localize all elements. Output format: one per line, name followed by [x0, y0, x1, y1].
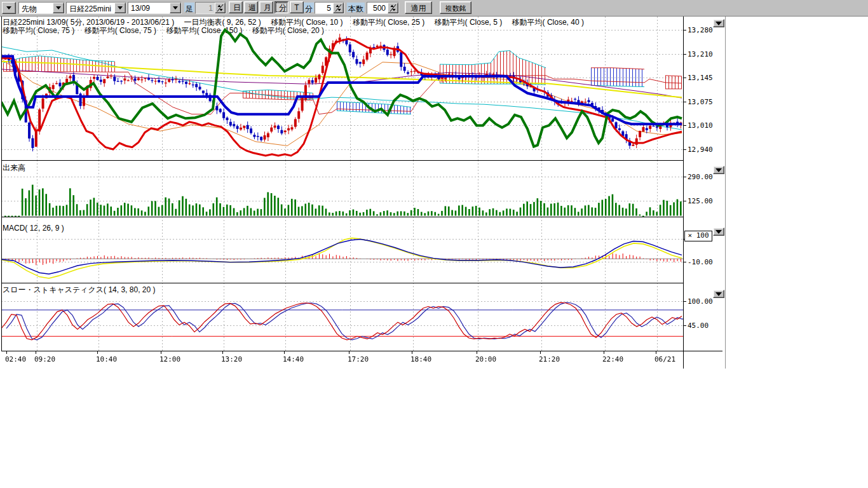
- bar-count-stepper[interactable]: 500: [367, 2, 399, 14]
- minute-stepper[interactable]: 5: [315, 2, 344, 14]
- stoch-axis-label: 45.00: [688, 322, 709, 330]
- price-axis-tick: [683, 149, 686, 150]
- price-axis-label: 13,075: [688, 98, 713, 106]
- bar-interval-value: 1: [196, 3, 215, 13]
- time-axis-label: 12:00: [159, 355, 180, 363]
- time-axis-tick: [349, 351, 349, 354]
- time-axis-tick: [97, 351, 98, 354]
- minute-label: 分: [304, 3, 314, 12]
- time-axis-label: 02:40: [5, 355, 26, 363]
- price-axis-label: 13,010: [688, 121, 713, 130]
- multi-symbol-button[interactable]: 複数銘柄: [440, 1, 471, 14]
- contract-value: 13/09: [128, 3, 170, 13]
- stoch-axis-label: 100.00: [688, 297, 713, 306]
- chevron-down-icon[interactable]: [114, 3, 126, 13]
- spinner-icon[interactable]: [215, 3, 226, 13]
- time-axis-tick: [656, 351, 656, 354]
- price-axis-label: 13,145: [688, 74, 713, 82]
- volume-pane-canvas[interactable]: [1, 160, 683, 217]
- price-pane-canvas[interactable]: [1, 17, 683, 160]
- price-axis-tick: [683, 30, 686, 30]
- time-axis-tick: [412, 351, 412, 354]
- bar-interval-stepper[interactable]: 1: [195, 2, 226, 14]
- price-axis-label: 12,940: [688, 146, 713, 154]
- period-minute-button[interactable]: 分: [275, 1, 288, 13]
- time-axis-label: 09:20: [34, 355, 55, 363]
- macd-pane-canvas[interactable]: [1, 217, 683, 283]
- time-axis-tick: [6, 351, 7, 354]
- volume-scale-dropdown-icon[interactable]: [713, 166, 724, 174]
- panel-right-border: [725, 17, 726, 369]
- bar-count-value: 500: [367, 3, 388, 13]
- bar-type-label: 足: [184, 3, 194, 12]
- macd-scale-dropdown-icon[interactable]: [713, 227, 724, 236]
- time-axis-line: [1, 351, 722, 351]
- period-week-button[interactable]: 週: [244, 1, 258, 13]
- time-axis-tick: [477, 351, 477, 354]
- time-axis-label: 06/21: [654, 355, 675, 363]
- time-axis-label: 22:40: [602, 355, 623, 363]
- symbol-select[interactable]: 日経225mini: [66, 2, 126, 14]
- price-axis-label: 13,280: [688, 26, 713, 34]
- bar-count-label: 本数: [347, 3, 365, 12]
- volume-axis-tick: [683, 201, 686, 201]
- price-scale-dropdown-icon[interactable]: [713, 19, 724, 27]
- plot-left-border: [1, 17, 2, 351]
- time-axis-tick: [604, 351, 604, 354]
- category-value: 先物: [19, 3, 53, 13]
- toolbar: 先物 日経225mini 13/09 足 1 日 週 月 分 T 分 5: [0, 0, 868, 17]
- time-axis-label: 20:00: [475, 355, 496, 363]
- volume-axis-label: 125.00: [688, 197, 713, 205]
- price-axis-label: 13,210: [688, 50, 713, 58]
- time-axis-tick: [540, 351, 541, 354]
- price-axis-tick: [683, 78, 686, 78]
- volume-axis-tick: [683, 177, 686, 177]
- spinner-icon[interactable]: [333, 3, 344, 13]
- category-select[interactable]: 先物: [18, 2, 65, 14]
- stoch-pane-canvas[interactable]: [1, 283, 683, 351]
- time-axis-label: 18:40: [410, 355, 431, 363]
- time-axis-tick: [222, 351, 223, 354]
- chevron-down-icon[interactable]: [2, 2, 16, 14]
- time-axis-label: 14:40: [283, 355, 304, 363]
- symbol-value: 日経225mini: [67, 3, 114, 13]
- chevron-down-icon[interactable]: [53, 3, 64, 13]
- minute-value: 5: [315, 3, 333, 13]
- collapse-dropdown[interactable]: [2, 2, 16, 14]
- price-axis-tick: [683, 102, 686, 102]
- macd-axis-tick: [683, 262, 686, 262]
- pane-separator: [1, 160, 683, 161]
- volume-axis-label: 290.00: [688, 173, 713, 181]
- price-axis-tick: [683, 54, 686, 55]
- price-axis-tick: [683, 125, 686, 126]
- contract-month-select[interactable]: 13/09: [128, 2, 182, 14]
- macd-axis-label: -10.00: [688, 258, 713, 266]
- plot-right-border: [683, 17, 684, 369]
- chart-area: 日経225mini 13/09( 5分, 2013/06/19 - 2013/0…: [0, 17, 868, 372]
- pane-separator: [1, 217, 683, 217]
- period-day-button[interactable]: 日: [229, 1, 243, 13]
- pane-separator: [1, 283, 683, 283]
- chart-application: 先物 日経225mini 13/09 足 1 日 週 月 分 T 分 5: [0, 0, 868, 488]
- period-month-button[interactable]: 月: [259, 1, 273, 13]
- time-axis-tick: [36, 351, 36, 354]
- time-axis-label: 10:40: [96, 355, 117, 363]
- volume-multiplier-badge: × 100: [684, 231, 712, 241]
- time-axis-label: 17:20: [348, 355, 369, 363]
- stoch-scale-dropdown-icon[interactable]: [713, 290, 724, 298]
- chevron-down-icon[interactable]: [170, 3, 181, 13]
- apply-button[interactable]: 適用: [405, 1, 432, 14]
- period-tick-button[interactable]: T: [290, 1, 304, 13]
- time-axis-tick: [284, 351, 285, 354]
- stoch-axis-tick: [683, 325, 686, 326]
- time-axis-tick: [161, 351, 161, 354]
- time-axis-label: 21:20: [539, 355, 560, 363]
- stoch-axis-tick: [683, 301, 686, 302]
- spinner-icon[interactable]: [388, 3, 398, 13]
- time-axis-label: 13:20: [221, 355, 242, 363]
